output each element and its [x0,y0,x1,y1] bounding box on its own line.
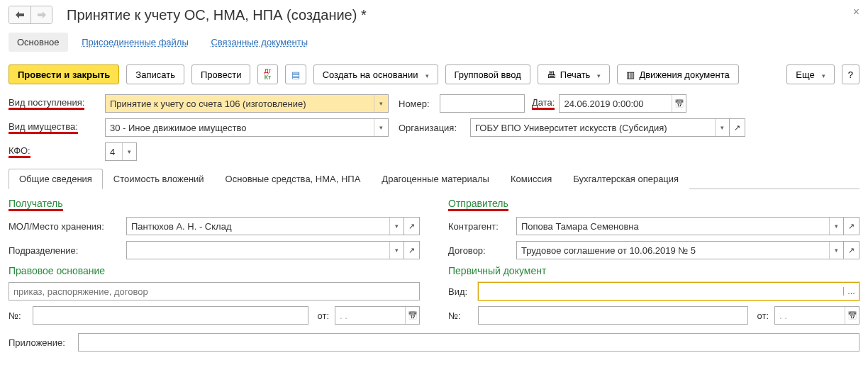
chevron-down-icon[interactable]: ▾ [829,218,843,235]
receipt-type-label: Вид поступления: [9,97,101,110]
create-based-button[interactable]: Создать на основании [313,64,438,84]
calendar-icon[interactable] [672,95,686,112]
dept-open-button[interactable]: ↗ [404,241,420,259]
legal-basis-title: Правовое основание [9,265,420,276]
dept-label: Подразделение: [9,245,122,256]
legal-basis-input[interactable] [9,282,420,300]
tab-general[interactable]: Общие сведения [9,169,103,189]
chevron-down-icon [594,69,601,80]
sender-no-input[interactable] [478,306,748,325]
org-open-button[interactable]: ↗ [730,118,745,137]
list-icon-button[interactable]: ▤ [285,64,306,84]
recipient-no-label: №: [9,310,28,321]
chevron-down-icon[interactable]: ▾ [829,242,843,259]
save-button[interactable]: Записать [126,64,184,84]
sender-no-label: №: [448,310,474,321]
sender-from-date[interactable]: . . [774,306,859,325]
counterparty-label: Контрагент: [448,221,512,232]
recipient-title: Получатель [9,198,420,211]
tabs: Общие сведения Стоимость вложений Основн… [9,168,859,189]
chevron-down-icon[interactable]: ▾ [374,119,388,136]
chevron-down-icon [819,69,825,80]
recipient-no-input[interactable] [33,306,308,325]
link-tab-attached[interactable]: Присоединенные файлы [73,33,197,52]
post-button[interactable]: Провести [191,64,251,84]
close-button[interactable]: × [853,6,859,18]
help-button[interactable]: ? [842,64,859,84]
link-tab-main[interactable]: Основное [9,33,68,52]
page-title: Принятие к учету ОС, НМА, НПА (создание)… [67,7,367,23]
movements-button[interactable]: ▥ Движения документа [617,64,738,84]
tab-commission[interactable]: Комиссия [500,169,562,189]
chevron-down-icon[interactable]: ▾ [715,119,729,136]
dept-select[interactable]: ▾ [126,241,404,259]
printer-icon: 🖶 [547,69,556,80]
mol-label: МОЛ/Место хранения: [9,221,122,232]
counterparty-select[interactable]: Попова Тамара Семеновна ▾ [516,217,844,235]
recipient-section: Получатель МОЛ/Место хранения: Пантюхов … [9,198,420,330]
number-label: Номер: [399,99,435,109]
chevron-down-icon[interactable]: ▾ [122,143,136,160]
toolbar: Провести и закрыть Записать Провести ДтК… [9,64,859,84]
doc-type-label: Вид: [448,286,474,297]
contract-select[interactable]: Трудовое соглашение от 10.06.2019 № 5 ▾ [516,241,844,259]
calendar-icon[interactable] [405,307,419,324]
sender-section: Отправитель Контрагент: Попова Тамара Се… [448,198,859,330]
calendar-icon[interactable] [845,307,859,324]
date-input[interactable]: 24.06.2019 0:00:00 [559,94,686,113]
dt-kt-icon: ДтКт [264,68,271,81]
sender-from-label: от: [757,310,769,321]
ellipsis-button[interactable]: … [843,287,859,296]
dt-kt-button[interactable]: ДтКт [257,64,277,84]
counterparty-open-button[interactable]: ↗ [844,217,859,235]
link-tab-related[interactable]: Связанные документы [202,33,316,52]
contract-label: Договор: [448,245,512,256]
attachment-label: Приложение: [9,337,74,348]
asset-type-label: Вид имущества: [9,121,101,134]
recipient-from-label: от: [317,310,329,321]
link-tabs: Основное Присоединенные файлы Связанные … [9,33,859,52]
form-header: Вид поступления: Принятие к учету со сче… [9,94,859,161]
chevron-down-icon [423,69,429,80]
asset-type-select[interactable]: 30 - Иное движимое имущество ▾ [105,118,389,137]
tab-assets[interactable]: Основные средства, НМА, НПА [215,169,372,189]
tab-cost[interactable]: Стоимость вложений [103,169,215,189]
contract-open-button[interactable]: ↗ [844,241,859,259]
print-button[interactable]: 🖶 Печать [538,64,611,84]
kfo-select[interactable]: 4 ▾ [105,142,137,161]
nav-back-button[interactable] [9,6,30,23]
org-select[interactable]: ГОБУ ВПО Университет искусств (Субсидия)… [470,118,730,137]
more-button[interactable]: Еще [786,64,834,84]
receipt-type-select[interactable]: Принятие к учету со счета 106 (изготовле… [105,94,389,113]
tab-precious[interactable]: Драгоценные материалы [371,169,500,189]
recipient-from-date[interactable]: . . [335,306,420,325]
group-input-button[interactable]: Групповой ввод [445,64,530,84]
primary-doc-title: Первичный документ [448,265,859,276]
chevron-down-icon[interactable]: ▾ [374,95,388,112]
doc-icon: ▥ [626,69,635,80]
doc-type-input[interactable]: … [478,282,859,300]
org-label: Организация: [399,123,466,133]
tab-accounting[interactable]: Бухгалтерская операция [562,169,689,189]
nav-forward-button[interactable] [30,6,52,23]
mol-select[interactable]: Пантюхов А. Н. - Склад ▾ [126,217,404,235]
number-input[interactable] [440,94,525,113]
kfo-label: КФО: [9,145,101,158]
chevron-down-icon[interactable]: ▾ [389,242,404,259]
sender-title: Отправитель [448,198,859,211]
attachment-input[interactable] [78,333,859,352]
chevron-down-icon[interactable]: ▾ [389,218,404,235]
post-and-close-button[interactable]: Провести и закрыть [9,64,119,84]
date-label: Дата: [532,97,555,110]
list-icon: ▤ [291,69,300,80]
nav-buttons [9,6,52,24]
mol-open-button[interactable]: ↗ [404,217,420,235]
